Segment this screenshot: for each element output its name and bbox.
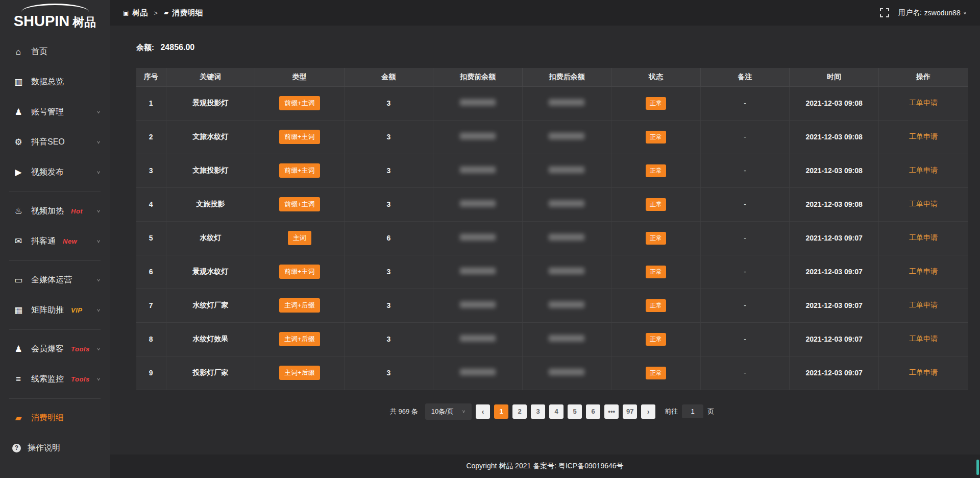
cell-status: 正常 (611, 86, 701, 120)
page-button-4[interactable]: 4 (549, 404, 564, 419)
sidebar-item-douyin-seo[interactable]: ⚙ 抖音SEO ∨ (0, 127, 110, 157)
page-button-1[interactable]: 1 (494, 404, 508, 419)
sidebar-item-media-operation[interactable]: ▭ 全媒体运营 ∨ (0, 265, 110, 295)
breadcrumb-item[interactable]: ▣ 树品 (123, 8, 148, 18)
sidebar-item-douketong[interactable]: ✉ 抖客通 New ∨ (0, 226, 110, 256)
status-badge: 正常 (646, 367, 666, 379)
sidebar-item-clue-monitor[interactable]: ≡ 线索监控 Tools ∨ (0, 364, 110, 394)
column-header-7: 备注 (700, 68, 790, 86)
status-badge: 正常 (646, 232, 666, 245)
status-badge: 正常 (646, 131, 666, 144)
page-button-5[interactable]: 5 (568, 404, 582, 419)
gear-icon: ⚙ (12, 137, 24, 148)
topbar: ▣ 树品 > ▰ 消费明细 用户名: zswodun88 ∨ (110, 0, 980, 26)
work-order-link[interactable]: 工单申请 (909, 166, 938, 174)
sidebar-item-label: 首页 (31, 46, 47, 57)
cell-index: 1 (136, 86, 166, 120)
page-ellipsis-button[interactable]: ••• (604, 404, 619, 419)
cell-action: 工单申请 (878, 289, 968, 322)
work-order-link[interactable]: 工单申请 (909, 200, 938, 208)
redacted-value (549, 268, 584, 274)
sidebar-divider (9, 192, 101, 192)
table-row: 5 水纹灯 主词 6 正常 - 2021-12-03 09:07 工单申请 (136, 221, 968, 255)
page-size-value: 10条/页 (431, 407, 454, 416)
username-value: zswodun88 (924, 9, 961, 17)
cell-status: 正常 (611, 120, 701, 154)
work-order-link[interactable]: 工单申请 (909, 334, 938, 343)
cell-action: 工单申请 (878, 120, 968, 154)
total-count: 共 969 条 (390, 407, 418, 416)
breadcrumb-item[interactable]: ▰ 消费明细 (164, 8, 203, 18)
prev-page-button[interactable]: ‹ (476, 404, 490, 419)
work-order-link[interactable]: 工单申请 (909, 132, 938, 140)
sidebar-item-member-baoke[interactable]: ♟ 会员爆客 Tools ∨ (0, 334, 110, 364)
cell-balance-before (433, 322, 523, 356)
work-order-link[interactable]: 工单申请 (909, 233, 938, 242)
table-row: 2 文旅水纹灯 前缀+主词 3 正常 - 2021-12-03 09:08 工单… (136, 120, 968, 154)
cell-balance-before (433, 86, 523, 120)
chevron-down-icon: ∨ (96, 347, 101, 352)
cell-action: 工单申请 (878, 187, 968, 221)
cell-keyword: 投影灯厂家 (166, 356, 255, 390)
work-order-link[interactable]: 工单申请 (909, 99, 938, 107)
chevron-down-icon: ∨ (96, 308, 101, 313)
cell-keyword: 景观水纹灯 (166, 255, 255, 289)
sidebar-item-matrix-boost[interactable]: ▦ 矩阵助推 VIP ∨ (0, 295, 110, 325)
type-badge: 前缀+主词 (279, 197, 320, 211)
cell-status: 正常 (611, 289, 701, 322)
sidebar-item-label: 抖音SEO (31, 137, 65, 148)
sidebar-item-home[interactable]: ⌂ 首页 (0, 37, 110, 67)
cell-status: 正常 (611, 187, 701, 221)
chevron-down-icon: ∨ (462, 409, 465, 414)
sidebar-item-label: 会员爆客 (31, 344, 64, 354)
cell-action: 工单申请 (878, 255, 968, 289)
fullscreen-icon[interactable] (880, 8, 889, 17)
cell-keyword: 文旅投影 (166, 187, 255, 221)
cell-amount: 3 (344, 120, 433, 154)
cell-balance-after (522, 86, 611, 120)
cell-balance-before (433, 356, 523, 390)
logo[interactable]: SHUPIN 树品 (0, 0, 110, 33)
redacted-value (549, 200, 584, 207)
cell-balance-before (433, 154, 523, 187)
app-window: SHUPIN 树品 ⌂ 首页 ▥ 数据总览 ♟ 账号管理 ∨ ⚙ 抖音SEO ∨… (0, 0, 980, 478)
cell-type: 主词+后缀 (255, 289, 345, 322)
sidebar-item-video-publish[interactable]: ▶ 视频发布 ∨ (0, 157, 110, 187)
balance-value: 24856.00 (160, 43, 194, 52)
goto-suffix: 页 (707, 407, 714, 416)
sidebar-item-operation-guide[interactable]: ? 操作说明 (0, 433, 110, 463)
breadcrumb: ▣ 树品 > ▰ 消费明细 (123, 8, 203, 18)
home-icon: ⌂ (12, 47, 24, 57)
cell-balance-after (522, 289, 611, 322)
sliders-icon: ≡ (12, 374, 24, 385)
goto-page-input[interactable] (682, 404, 703, 418)
work-order-link[interactable]: 工单申请 (909, 301, 938, 309)
video-icon: ▶ (12, 167, 24, 178)
sidebar-item-consumption-detail[interactable]: ▰ 消费明细 (0, 403, 110, 433)
redacted-value (460, 133, 496, 139)
cell-balance-before (433, 221, 523, 255)
page-button-3[interactable]: 3 (531, 404, 545, 419)
page-button-6[interactable]: 6 (586, 404, 600, 419)
cell-balance-after (522, 221, 611, 255)
page-size-select[interactable]: 10条/页 ∨ (425, 403, 472, 420)
page-button-97[interactable]: 97 (623, 404, 637, 419)
sidebar-item-data-overview[interactable]: ▥ 数据总览 (0, 67, 110, 97)
page-button-2[interactable]: 2 (512, 404, 527, 419)
next-page-button[interactable]: › (641, 404, 655, 419)
scrollbar-thumb[interactable] (976, 460, 979, 475)
status-badge: 正常 (646, 266, 666, 278)
user-menu[interactable]: 用户名: zswodun88 ∨ (898, 8, 967, 17)
consumption-table: 序号关键词类型金额扣费前余额扣费后余额状态备注时间操作 1 景观投影灯 前缀+主… (136, 68, 968, 390)
sidebar-item-account-manage[interactable]: ♟ 账号管理 ∨ (0, 97, 110, 127)
cell-action: 工单申请 (878, 356, 968, 390)
sidebar-item-label: 数据总览 (31, 77, 64, 87)
cell-index: 3 (136, 154, 166, 187)
sidebar: SHUPIN 树品 ⌂ 首页 ▥ 数据总览 ♟ 账号管理 ∨ ⚙ 抖音SEO ∨… (0, 0, 110, 478)
status-badge: 正常 (646, 164, 666, 177)
cell-amount: 3 (344, 356, 433, 390)
work-order-link[interactable]: 工单申请 (909, 267, 938, 275)
work-order-link[interactable]: 工单申请 (909, 368, 938, 376)
cell-balance-after (522, 322, 611, 356)
sidebar-item-video-heat[interactable]: ♨ 视频加热 Hot ∨ (0, 196, 110, 226)
